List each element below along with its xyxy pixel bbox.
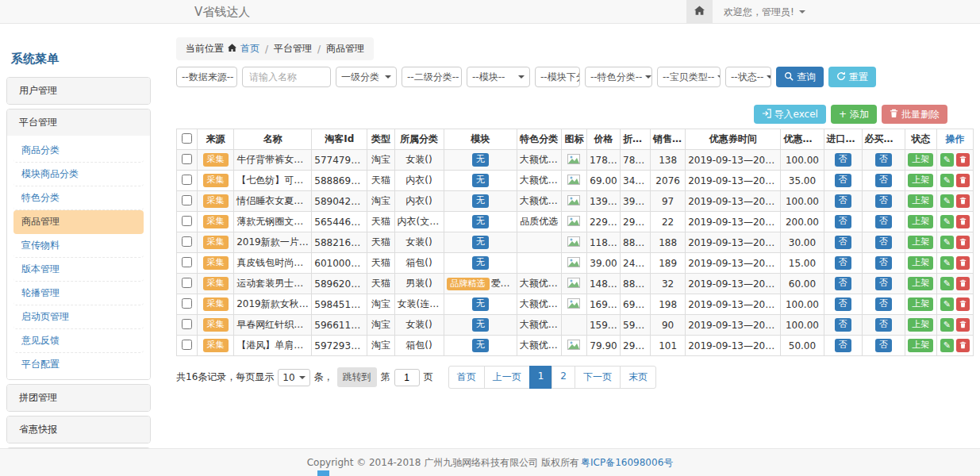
row-checkbox[interactable] (182, 154, 192, 164)
jump-page-input[interactable] (394, 369, 420, 386)
delete-button[interactable] (956, 318, 970, 332)
delete-button[interactable] (956, 339, 970, 352)
status-badge[interactable]: 上架 (908, 318, 933, 331)
import-optional-badge[interactable]: 否 (835, 277, 851, 290)
must-buy-badge[interactable]: 否 (875, 256, 892, 269)
search-button[interactable]: 查询 (776, 67, 824, 87)
import-optional-badge[interactable]: 否 (835, 236, 851, 248)
filter-level1-select[interactable]: 一级分类 (336, 67, 397, 87)
filter-status-select[interactable]: --状态-- (725, 67, 771, 87)
edit-button[interactable]: ✎ (940, 339, 954, 352)
reset-button[interactable]: 重置 (828, 67, 876, 87)
filter-module-select[interactable]: --模块-- (467, 67, 530, 87)
status-badge[interactable]: 上架 (908, 194, 933, 207)
filter-module-sub-select[interactable]: --模块下分类-- (535, 67, 580, 87)
edit-button[interactable]: ✎ (940, 298, 954, 311)
user-dropdown[interactable]: 欢迎您，管理员! (713, 0, 817, 24)
row-checkbox[interactable] (182, 195, 192, 205)
status-badge[interactable]: 上架 (908, 256, 933, 269)
delete-button[interactable] (956, 215, 970, 228)
add-button[interactable]: + 添加 (831, 105, 877, 124)
status-badge[interactable]: 上架 (908, 215, 933, 228)
sidebar-group-用户管理[interactable]: 用户管理 (7, 78, 150, 104)
import-optional-badge[interactable]: 否 (835, 298, 851, 310)
sidebar-item-特色分类[interactable]: 特色分类 (13, 186, 144, 210)
filter-feature-select[interactable]: --特色分类-- (585, 67, 652, 87)
edit-button[interactable]: ✎ (940, 194, 954, 208)
import-optional-badge[interactable]: 否 (835, 256, 851, 269)
batch-delete-button[interactable]: 批量删除 (882, 105, 947, 124)
row-checkbox[interactable] (182, 257, 192, 267)
delete-button[interactable] (956, 153, 970, 167)
name-search-input[interactable] (242, 67, 331, 87)
filter-level2-select[interactable]: --二级分类-- (402, 67, 462, 87)
row-checkbox[interactable] (182, 319, 192, 329)
sidebar-item-商品管理[interactable]: 商品管理 (13, 210, 144, 234)
sidebar-group-平台管理[interactable]: 平台管理 (7, 109, 150, 136)
status-badge[interactable]: 上架 (908, 153, 933, 166)
delete-button[interactable] (956, 194, 970, 208)
page-button-首页[interactable]: 首页 (448, 366, 485, 389)
delete-button[interactable] (956, 256, 970, 270)
status-badge[interactable]: 上架 (908, 298, 933, 310)
row-checkbox[interactable] (182, 298, 192, 309)
breadcrumb-home-link[interactable]: 首页 (240, 42, 259, 56)
select-all-checkbox[interactable] (182, 133, 192, 144)
filter-item-type-select[interactable]: --宝贝类型-- (657, 67, 721, 87)
must-buy-badge[interactable]: 否 (875, 339, 892, 351)
sidebar-item-启动页管理[interactable]: 启动页管理 (13, 305, 144, 329)
edit-button[interactable]: ✎ (940, 153, 954, 167)
row-checkbox[interactable] (182, 340, 192, 350)
must-buy-badge[interactable]: 否 (875, 194, 892, 207)
must-buy-badge[interactable]: 否 (875, 236, 892, 248)
import-optional-badge[interactable]: 否 (835, 174, 851, 186)
row-checkbox[interactable] (182, 216, 192, 226)
jump-button[interactable]: 跳转到 (337, 367, 377, 387)
edit-button[interactable]: ✎ (940, 215, 954, 228)
page-button-上一页[interactable]: 上一页 (484, 366, 530, 389)
status-badge[interactable]: 上架 (908, 236, 933, 248)
edit-button[interactable]: ✎ (940, 318, 954, 332)
page-button-下一页[interactable]: 下一页 (575, 366, 621, 389)
must-buy-badge[interactable]: 否 (875, 153, 892, 166)
must-buy-badge[interactable]: 否 (875, 215, 892, 228)
status-badge[interactable]: 上架 (908, 174, 933, 186)
sidebar-item-商品分类[interactable]: 商品分类 (13, 139, 144, 163)
must-buy-badge[interactable]: 否 (875, 277, 892, 290)
import-optional-badge[interactable]: 否 (835, 215, 851, 228)
sidebar-item-轮播管理[interactable]: 轮播管理 (13, 282, 144, 305)
sidebar-item-平台配置[interactable]: 平台配置 (13, 353, 144, 376)
sidebar-item-模块商品分类[interactable]: 模块商品分类 (13, 163, 144, 186)
status-badge[interactable]: 上架 (908, 339, 933, 351)
edit-button[interactable]: ✎ (940, 277, 954, 290)
import-excel-button[interactable]: 导入excel (754, 105, 826, 124)
row-checkbox[interactable] (182, 278, 192, 288)
sidebar-group-省惠快报[interactable]: 省惠快报 (7, 416, 150, 443)
row-checkbox[interactable] (182, 175, 192, 185)
page-button-末页[interactable]: 末页 (620, 366, 656, 389)
status-badge[interactable]: 上架 (908, 277, 933, 290)
page-button-1[interactable]: 1 (529, 366, 553, 389)
navbar-home-button[interactable] (686, 0, 713, 24)
sidebar-group-拼团管理[interactable]: 拼团管理 (7, 385, 150, 411)
per-page-select[interactable]: 10 (278, 369, 309, 386)
sidebar-item-宣传物料[interactable]: 宣传物料 (13, 234, 144, 258)
sidebar-item-版本管理[interactable]: 版本管理 (13, 258, 144, 282)
delete-button[interactable] (956, 236, 970, 249)
import-optional-badge[interactable]: 否 (835, 153, 851, 166)
delete-button[interactable] (956, 298, 970, 311)
import-optional-badge[interactable]: 否 (835, 318, 851, 331)
must-buy-badge[interactable]: 否 (875, 298, 892, 310)
filter-source-select[interactable]: --数据来源-- (176, 67, 237, 87)
must-buy-badge[interactable]: 否 (875, 318, 892, 331)
edit-button[interactable]: ✎ (940, 174, 954, 187)
delete-button[interactable] (956, 174, 970, 187)
row-checkbox[interactable] (182, 236, 192, 247)
page-button-2[interactable]: 2 (551, 366, 575, 389)
edit-button[interactable]: ✎ (940, 236, 954, 249)
import-optional-badge[interactable]: 否 (835, 194, 851, 207)
must-buy-badge[interactable]: 否 (875, 174, 892, 186)
sidebar-item-意见反馈[interactable]: 意见反馈 (13, 329, 144, 353)
delete-button[interactable] (956, 277, 970, 290)
import-optional-badge[interactable]: 否 (835, 339, 851, 351)
